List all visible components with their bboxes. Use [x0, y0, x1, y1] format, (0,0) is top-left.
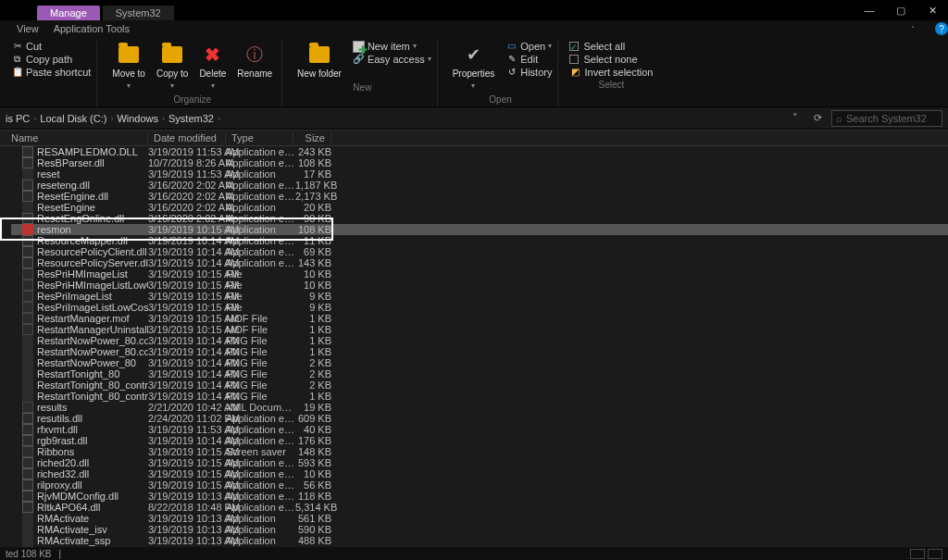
- file-name: reset: [37, 168, 59, 180]
- cut-button[interactable]: ✂Cut: [11, 41, 91, 52]
- file-row[interactable]: RltkAPO64.dll8/22/2018 10:48 PMApplicati…: [11, 502, 948, 513]
- subtab-view[interactable]: View: [17, 23, 39, 34]
- invert-selection-button[interactable]: ◩Invert selection: [569, 67, 653, 78]
- file-type: Application exten...: [226, 435, 295, 446]
- file-row[interactable]: rilproxy.dll3/19/2019 10:15 AMApplicatio…: [11, 479, 948, 491]
- file-date: 3/19/2019 10:14 AM: [148, 257, 226, 268]
- column-headers[interactable]: Name Date modified Type Size: [0, 130, 948, 146]
- search-icon: ⌕: [836, 113, 842, 124]
- file-type: PNG File: [226, 391, 295, 402]
- subtab-application-tools[interactable]: Application Tools: [54, 23, 130, 34]
- file-row[interactable]: ResourcePolicyServer.dll3/19/2019 10:14 …: [11, 257, 948, 268]
- file-date: 8/22/2018 10:48 PM: [148, 502, 226, 513]
- file-type: Application exten...: [226, 180, 295, 191]
- window-maximize-button[interactable]: ▢: [885, 0, 917, 20]
- file-row[interactable]: RestartTonight_803/19/2019 10:14 AMPNG F…: [11, 368, 948, 380]
- file-date: 3/19/2019 10:14 AM: [148, 435, 226, 446]
- column-date[interactable]: Date modified: [148, 132, 226, 143]
- file-icon: [22, 524, 33, 535]
- file-type: Application exten...: [226, 468, 295, 479]
- column-name[interactable]: Name: [0, 132, 148, 143]
- file-name: RestartManagerUninstall.mof: [37, 324, 148, 335]
- file-row[interactable]: rfxvmt.dll3/19/2019 11:53 AMApplication …: [11, 424, 948, 435]
- file-date: 3/19/2019 11:53 AM: [148, 424, 226, 435]
- breadcrumb-segment[interactable]: System32: [168, 113, 214, 124]
- group-select-label: Select: [599, 80, 625, 90]
- file-size: 1 KB: [295, 335, 331, 346]
- file-type: PNG File: [226, 357, 295, 368]
- view-large-button[interactable]: [928, 549, 942, 559]
- file-size: 2 KB: [295, 368, 331, 380]
- copy-to-button[interactable]: Copy to▾: [153, 41, 192, 93]
- refresh-icon[interactable]: ⟳: [809, 110, 826, 127]
- file-row[interactable]: ResetEngine.dll3/16/2020 2:02 AMApplicat…: [11, 191, 948, 202]
- file-date: 3/19/2019 10:15 AM: [148, 468, 226, 479]
- move-to-button[interactable]: Move to▾: [108, 41, 149, 93]
- file-row[interactable]: ResPriImageList3/19/2019 10:15 AMFile9 K…: [11, 291, 948, 302]
- file-row[interactable]: RMActivate3/19/2019 10:13 AMApplication5…: [11, 513, 948, 524]
- file-row[interactable]: RestartTonight_80_contrast-white3/19/201…: [11, 391, 948, 402]
- file-row[interactable]: results2/21/2020 10:42 AMXML Document19 …: [11, 402, 948, 413]
- column-type[interactable]: Type: [226, 132, 293, 143]
- file-row[interactable]: ResetEngine3/16/2020 2:02 AMApplication2…: [11, 202, 948, 213]
- file-row[interactable]: RMActivate_isv3/19/2019 10:13 AMApplicat…: [11, 524, 948, 535]
- file-row[interactable]: RESAMPLEDMO.DLL3/19/2019 11:53 AMApplica…: [11, 146, 948, 157]
- help-icon[interactable]: ?: [935, 22, 948, 35]
- file-row[interactable]: RestartManager.mof3/19/2019 10:15 AMMOF …: [11, 313, 948, 324]
- file-date: 3/19/2019 10:13 AM: [148, 535, 226, 546]
- open-button[interactable]: ▭Open▾: [505, 41, 552, 52]
- file-row[interactable]: riched32.dll3/19/2019 10:15 AMApplicatio…: [11, 468, 948, 479]
- rename-button[interactable]: ⓘRename: [233, 41, 276, 81]
- file-row[interactable]: ResetEngOnline.dll3/16/2020 2:02 AMAppli…: [11, 213, 948, 224]
- delete-button[interactable]: ✖Delete▾: [195, 41, 230, 93]
- file-size: 108 KB: [295, 157, 331, 168]
- file-row[interactable]: reseteng.dll3/16/2020 2:02 AMApplication…: [11, 180, 948, 191]
- file-row[interactable]: ResBParser.dll10/7/2019 8:26 AMApplicati…: [11, 157, 948, 168]
- file-row[interactable]: ResourceMapper.dll3/19/2019 10:14 AMAppl…: [11, 235, 948, 246]
- properties-button[interactable]: ✔Properties▾: [449, 41, 499, 93]
- select-all-button[interactable]: Select all: [569, 41, 653, 52]
- file-row[interactable]: RestartNowPower_80.contrast-white3/19/20…: [11, 346, 948, 357]
- file-row[interactable]: RestartNowPower_80.contrast-black3/19/20…: [11, 335, 948, 346]
- go-dropdown-icon[interactable]: ˅: [787, 110, 804, 127]
- history-button[interactable]: ↺History: [505, 67, 552, 78]
- file-row[interactable]: ResPriHMImageListLowCost3/19/2019 10:15 …: [11, 280, 948, 291]
- file-date: 3/19/2019 10:14 AM: [148, 357, 226, 368]
- view-details-button[interactable]: [910, 549, 925, 559]
- file-row[interactable]: reset3/19/2019 11:53 AMApplication17 KB: [11, 168, 948, 180]
- edit-button[interactable]: ✎Edit: [505, 54, 552, 65]
- file-row[interactable]: ResPriHMImageList3/19/2019 10:15 AMFile1…: [11, 268, 948, 280]
- window-minimize-button[interactable]: —: [854, 0, 885, 20]
- breadcrumb-segment[interactable]: is PC: [6, 113, 30, 124]
- breadcrumb-segment[interactable]: Windows: [117, 113, 158, 124]
- ribbon-collapse-button[interactable]: ˄: [911, 25, 915, 33]
- file-row[interactable]: rgb9rast.dll3/19/2019 10:14 AMApplicatio…: [11, 435, 948, 446]
- select-none-button[interactable]: Select none: [569, 54, 653, 65]
- new-item-button[interactable]: New item▾: [353, 41, 431, 52]
- file-row[interactable]: RestartManagerUninstall.mof3/19/2019 10:…: [11, 324, 948, 335]
- file-row[interactable]: RMActivate_ssp3/19/2019 10:13 AMApplicat…: [11, 535, 948, 546]
- ribbon-tab-context[interactable]: System32: [103, 6, 174, 20]
- file-row[interactable]: riched20.dll3/19/2019 10:15 AMApplicatio…: [11, 457, 948, 468]
- file-row[interactable]: RestartNowPower_803/19/2019 10:14 AMPNG …: [11, 357, 948, 368]
- column-size[interactable]: Size: [293, 132, 331, 143]
- breadcrumb[interactable]: is PC›Local Disk (C:)›Windows›System32›: [6, 113, 781, 124]
- search-input[interactable]: ⌕ Search System32: [831, 110, 942, 127]
- copy-path-button[interactable]: ⧉Copy path: [11, 54, 91, 65]
- file-row[interactable]: ResPriImageListLowCost3/19/2019 10:15 AM…: [11, 302, 948, 313]
- window-close-button[interactable]: ✕: [917, 0, 948, 20]
- file-type: Application: [226, 524, 295, 535]
- file-row[interactable]: RjvMDMConfig.dll3/19/2019 10:13 AMApplic…: [11, 491, 948, 502]
- file-row[interactable]: Ribbons3/19/2019 10:15 AMScreen saver148…: [11, 446, 948, 457]
- paste-shortcut-button[interactable]: 📋Paste shortcut: [11, 67, 91, 78]
- ribbon-tab-manage[interactable]: Manage: [37, 6, 100, 20]
- file-size: 10 KB: [295, 280, 331, 291]
- file-row[interactable]: resutils.dll2/24/2020 11:02 PMApplicatio…: [11, 413, 948, 424]
- file-list[interactable]: RESAMPLEDMO.DLL3/19/2019 11:53 AMApplica…: [0, 146, 948, 560]
- new-folder-button[interactable]: New folder: [293, 41, 345, 81]
- file-row[interactable]: ResourcePolicyClient.dll3/19/2019 10:14 …: [11, 246, 948, 257]
- file-icon: [22, 157, 33, 168]
- file-row[interactable]: RestartTonight_80_contrast-black3/19/201…: [11, 380, 948, 391]
- breadcrumb-segment[interactable]: Local Disk (C:): [40, 113, 106, 124]
- file-row[interactable]: resmon3/19/2019 10:15 AMApplication108 K…: [11, 224, 948, 235]
